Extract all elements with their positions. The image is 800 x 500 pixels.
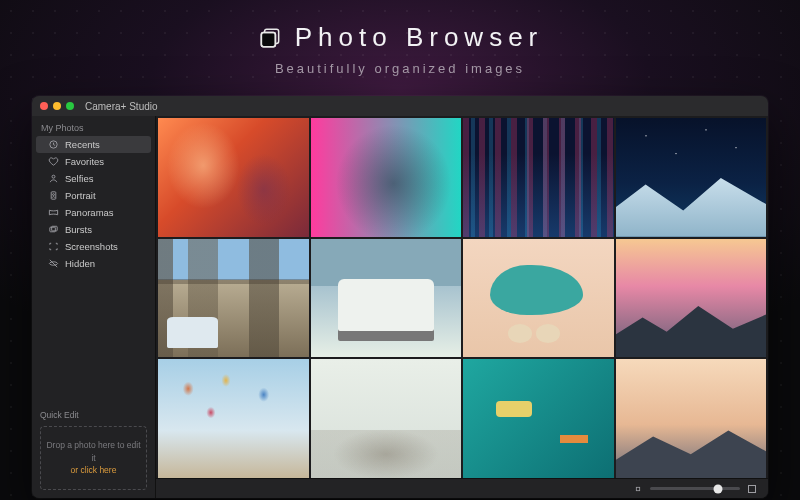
quick-edit-dropzone[interactable]: Drop a photo here to edit it or click he… bbox=[40, 426, 147, 490]
photo-thumbnail[interactable] bbox=[616, 239, 767, 358]
screenshot-icon bbox=[48, 241, 59, 252]
photo-thumbnail[interactable] bbox=[463, 359, 614, 478]
sidebar-item-screenshots[interactable]: Screenshots bbox=[36, 238, 151, 255]
stack-icon bbox=[257, 25, 283, 51]
dropzone-link[interactable]: or click here bbox=[45, 464, 142, 477]
sidebar-item-label: Bursts bbox=[65, 224, 92, 235]
hero: Photo Browser Beautifully organized imag… bbox=[0, 0, 800, 76]
window-close-button[interactable] bbox=[40, 102, 48, 110]
svg-rect-9 bbox=[636, 487, 639, 490]
dropzone-text: Drop a photo here to edit it bbox=[45, 439, 142, 465]
sidebar-item-favorites[interactable]: Favorites bbox=[36, 153, 151, 170]
svg-rect-1 bbox=[261, 32, 275, 46]
photo-thumbnail[interactable] bbox=[158, 118, 309, 237]
photo-thumbnail[interactable] bbox=[463, 118, 614, 237]
sidebar-item-portrait[interactable]: Portrait bbox=[36, 187, 151, 204]
sidebar-item-label: Selfies bbox=[65, 173, 94, 184]
sidebar-item-label: Panoramas bbox=[65, 207, 114, 218]
photo-thumbnail[interactable] bbox=[158, 239, 309, 358]
window-minimize-button[interactable] bbox=[53, 102, 61, 110]
quick-edit-title: Quick Edit bbox=[40, 410, 147, 420]
window-title: Camera+ Studio bbox=[85, 101, 158, 112]
window-zoom-button[interactable] bbox=[66, 102, 74, 110]
sidebar-item-bursts[interactable]: Bursts bbox=[36, 221, 151, 238]
thumb-size-smaller-icon[interactable] bbox=[632, 483, 644, 495]
sidebar-item-hidden[interactable]: Hidden bbox=[36, 255, 151, 272]
sidebar-section-title: My Photos bbox=[32, 116, 155, 136]
photo-thumbnail[interactable] bbox=[311, 359, 462, 478]
portrait-icon bbox=[48, 190, 59, 201]
photo-thumbnail[interactable] bbox=[311, 118, 462, 237]
sidebar-item-panoramas[interactable]: Panoramas bbox=[36, 204, 151, 221]
hero-title-row: Photo Browser bbox=[257, 22, 544, 53]
svg-rect-10 bbox=[749, 485, 756, 492]
traffic-lights bbox=[40, 102, 74, 110]
photo-thumbnail[interactable] bbox=[311, 239, 462, 358]
hero-subtitle: Beautifully organized images bbox=[0, 61, 800, 76]
bottom-toolbar bbox=[156, 478, 768, 498]
slider-knob[interactable] bbox=[713, 484, 722, 493]
sidebar-item-label: Recents bbox=[65, 139, 100, 150]
sidebar-item-label: Hidden bbox=[65, 258, 95, 269]
photo-thumbnail[interactable] bbox=[616, 118, 767, 237]
thumb-size-larger-icon[interactable] bbox=[746, 483, 758, 495]
burst-icon bbox=[48, 224, 59, 235]
photo-thumbnail[interactable] bbox=[158, 359, 309, 478]
sidebar-item-selfies[interactable]: Selfies bbox=[36, 170, 151, 187]
sidebar-item-label: Favorites bbox=[65, 156, 104, 167]
svg-point-6 bbox=[53, 194, 55, 196]
quick-edit-panel: Quick Edit Drop a photo here to edit it … bbox=[32, 404, 155, 498]
clock-icon bbox=[48, 139, 59, 150]
sidebar-item-label: Screenshots bbox=[65, 241, 118, 252]
content-area bbox=[156, 116, 768, 498]
svg-point-4 bbox=[52, 175, 55, 178]
photo-thumbnail[interactable] bbox=[616, 359, 767, 478]
heart-icon bbox=[48, 156, 59, 167]
thumb-size-slider[interactable] bbox=[650, 487, 740, 490]
panorama-icon bbox=[48, 207, 59, 218]
photo-thumbnail[interactable] bbox=[463, 239, 614, 358]
sidebar-item-label: Portrait bbox=[65, 190, 96, 201]
photo-grid bbox=[156, 116, 768, 478]
person-icon bbox=[48, 173, 59, 184]
titlebar[interactable]: Camera+ Studio bbox=[32, 96, 768, 116]
sidebar-item-recents[interactable]: Recents bbox=[36, 136, 151, 153]
hidden-icon bbox=[48, 258, 59, 269]
sidebar: My Photos Recents Favorites Selfies Port… bbox=[32, 116, 156, 498]
hero-title: Photo Browser bbox=[295, 22, 544, 53]
app-window: Camera+ Studio My Photos Recents Favorit… bbox=[32, 96, 768, 498]
